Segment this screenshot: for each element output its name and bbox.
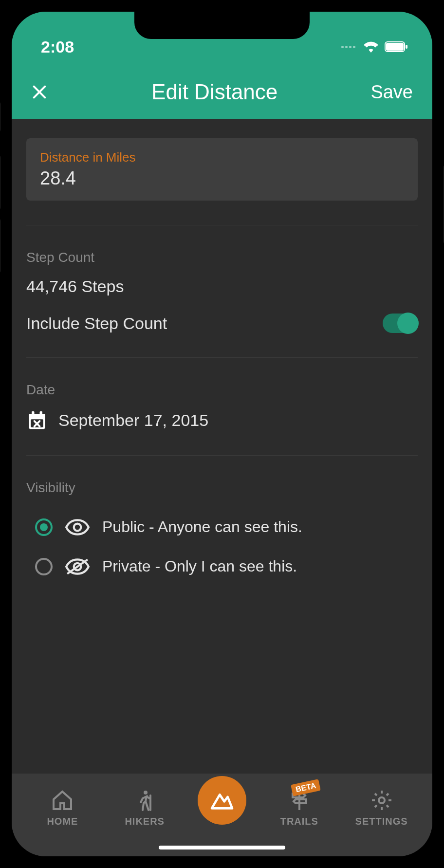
nav-trails[interactable]: BETA TRAILS xyxy=(270,789,329,827)
hiker-icon xyxy=(133,789,156,812)
content-scroll[interactable]: Distance in Miles 28.4 Step Count 44,746… xyxy=(12,119,432,774)
svg-rect-1 xyxy=(386,43,404,51)
screen: 2:08 xyxy=(12,12,432,856)
device-side-button xyxy=(0,219,1,273)
step-count-value: 44,746 Steps xyxy=(26,277,418,296)
radio-icon xyxy=(35,518,53,536)
status-time: 2:08 xyxy=(41,37,74,56)
nav-hikers-label: HIKERS xyxy=(125,816,165,827)
nav-home-label: HOME xyxy=(47,816,78,827)
app-header: Edit Distance Save xyxy=(12,65,432,119)
include-step-row: Include Step Count xyxy=(26,314,418,333)
svg-rect-2 xyxy=(406,45,407,49)
visibility-private-label: Private - Only I can see this. xyxy=(102,557,297,575)
svg-rect-6 xyxy=(40,411,43,416)
svg-point-8 xyxy=(74,523,81,531)
nav-hikers[interactable]: HIKERS xyxy=(115,789,174,827)
step-count-label: Step Count xyxy=(26,250,418,265)
eye-icon xyxy=(65,518,90,536)
nav-settings[interactable]: SETTINGS xyxy=(352,789,411,827)
date-label: Date xyxy=(26,382,418,398)
radio-icon xyxy=(35,558,53,575)
calendar-icon xyxy=(26,409,48,431)
beta-badge: BETA xyxy=(291,779,321,796)
date-picker[interactable]: September 17, 2015 xyxy=(26,409,418,431)
nav-home[interactable]: HOME xyxy=(33,789,92,827)
distance-value: 28.4 xyxy=(40,168,404,189)
wifi-icon xyxy=(363,41,379,53)
visibility-option-private[interactable]: Private - Only I can see this. xyxy=(26,547,418,586)
eye-off-icon xyxy=(65,558,90,575)
close-icon xyxy=(31,84,48,100)
mountain-icon xyxy=(208,787,236,814)
page-title: Edit Distance xyxy=(58,80,370,104)
visibility-section: Visibility Public - Anyone can see this. xyxy=(12,456,432,586)
toggle-knob xyxy=(397,313,419,334)
visibility-public-label: Public - Anyone can see this. xyxy=(102,518,302,536)
distance-label: Distance in Miles xyxy=(40,150,404,165)
device-side-button xyxy=(0,156,1,209)
svg-rect-4 xyxy=(29,414,45,418)
visibility-option-public[interactable]: Public - Anyone can see this. xyxy=(26,507,418,547)
status-indicators xyxy=(341,41,408,53)
svg-point-11 xyxy=(144,791,148,794)
svg-rect-5 xyxy=(32,411,35,416)
svg-point-12 xyxy=(379,797,385,803)
nav-center-button[interactable] xyxy=(198,776,246,825)
date-value: September 17, 2015 xyxy=(58,411,208,430)
home-indicator[interactable] xyxy=(159,846,285,850)
device-frame: 2:08 xyxy=(0,0,444,868)
home-icon xyxy=(51,789,74,812)
include-step-label: Include Step Count xyxy=(26,314,167,333)
device-side-button xyxy=(0,102,1,131)
step-section: Step Count 44,746 Steps Include Step Cou… xyxy=(12,225,432,333)
battery-icon xyxy=(385,41,408,53)
include-step-toggle[interactable] xyxy=(383,314,418,333)
visibility-label: Visibility xyxy=(26,480,418,496)
close-button[interactable] xyxy=(31,84,58,100)
save-button[interactable]: Save xyxy=(370,82,413,103)
distance-input[interactable]: Distance in Miles 28.4 xyxy=(26,138,418,201)
bottom-nav: HOME HIKERS BETA TRAILS xyxy=(12,774,432,856)
gear-icon xyxy=(370,789,393,812)
nav-settings-label: SETTINGS xyxy=(355,816,408,827)
date-section: Date September 17, 2015 xyxy=(12,358,432,431)
device-notch xyxy=(134,12,310,39)
signal-dots-icon xyxy=(341,46,355,48)
nav-trails-label: TRAILS xyxy=(280,816,318,827)
